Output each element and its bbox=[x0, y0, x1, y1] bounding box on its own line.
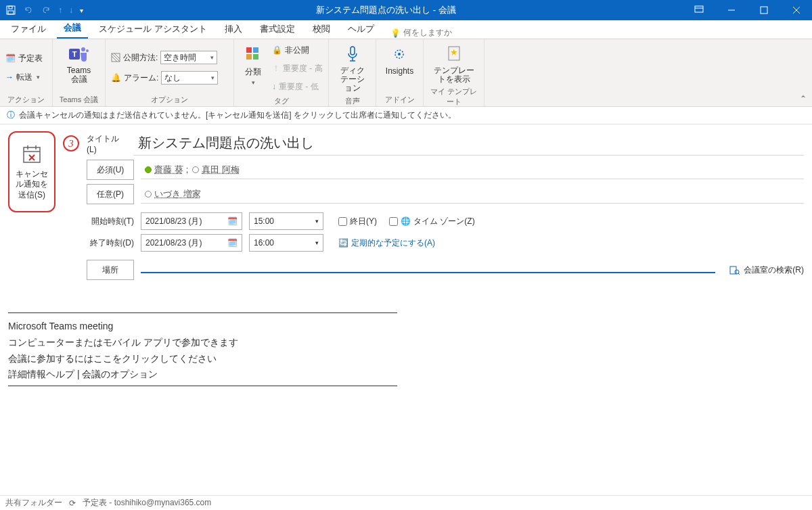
location-button[interactable]: 場所 bbox=[87, 260, 134, 280]
timezone-checkbox-input[interactable] bbox=[389, 217, 398, 226]
calendar-button[interactable]: 🗓️ 予定表 bbox=[5, 50, 43, 66]
tab-meeting[interactable]: 会議 bbox=[57, 18, 88, 39]
forward-button-label: 転送 bbox=[16, 72, 32, 83]
insights-button[interactable]: Insights bbox=[383, 42, 416, 77]
start-date-value: 2021/08/23 (月) bbox=[145, 216, 202, 227]
end-date-picker[interactable]: 2021/08/23 (月) 🗓️ bbox=[141, 234, 242, 252]
save-icon[interactable] bbox=[5, 5, 16, 16]
close-icon[interactable] bbox=[781, 0, 812, 20]
body-line: Microsoft Teams meeting bbox=[8, 319, 804, 335]
end-time-label: 終了時刻(D) bbox=[87, 237, 134, 249]
svg-point-16 bbox=[398, 53, 401, 55]
svg-point-7 bbox=[81, 47, 85, 51]
tab-scheduling-assistant[interactable]: スケジュール アシスタント bbox=[92, 20, 214, 39]
teams-meeting-button[interactable]: T Teams 会議 bbox=[64, 42, 93, 85]
low-importance-button[interactable]: ↓ 重要度 - 低 bbox=[272, 78, 323, 95]
svg-rect-11 bbox=[253, 47, 258, 53]
tell-me-search[interactable]: 💡 何をしますか bbox=[390, 27, 452, 39]
svg-rect-2 bbox=[8, 11, 14, 14]
collapse-ribbon-icon[interactable]: ⌃ bbox=[800, 94, 807, 103]
meeting-form: キャンセル通知を送信(S) 3 タイトル(L) 新システム問題点の洗い出し 必須… bbox=[0, 124, 812, 283]
calendar-icon: 🗓️ bbox=[5, 53, 16, 63]
dictate-button[interactable]: ディク テーション bbox=[334, 42, 370, 95]
categorize-button[interactable]: 分類 ▾ bbox=[240, 42, 267, 87]
high-importance-label: 重要度 - 高 bbox=[283, 63, 323, 74]
start-time-picker[interactable]: 15:00 ▾ bbox=[249, 212, 323, 230]
svg-rect-1 bbox=[9, 6, 12, 9]
send-cancellation-button[interactable]: キャンセル通知を送信(S) bbox=[8, 131, 55, 212]
required-attendees-button[interactable]: 必須(U) bbox=[87, 160, 134, 180]
make-recurring-button[interactable]: 🔄 定期的な予定にする(A) bbox=[338, 235, 435, 251]
start-date-picker[interactable]: 2021/08/23 (月) 🗓️ bbox=[141, 212, 242, 230]
body-join-link[interactable]: 会議に参加するにはここをクリックしてください bbox=[8, 351, 804, 367]
location-field[interactable] bbox=[141, 266, 715, 273]
attendee-name[interactable]: 齋藤 葵 bbox=[154, 164, 183, 176]
group-teams-label: Teams 会議 bbox=[58, 95, 99, 105]
prev-icon[interactable]: ↑ bbox=[58, 5, 62, 15]
body-help-link[interactable]: 詳細情報ヘルプ bbox=[8, 369, 74, 379]
tab-file[interactable]: ファイル bbox=[4, 20, 53, 39]
tab-insert[interactable]: 挿入 bbox=[218, 20, 249, 39]
required-attendees-field[interactable]: 齋藤 葵; 真田 阿梅 bbox=[141, 161, 804, 179]
show-templates-button[interactable]: テンプレー トを表示 bbox=[431, 42, 477, 85]
forward-button[interactable]: → 転送 ▾ bbox=[5, 69, 40, 85]
info-bar: ⓘ 会議キャンセルの通知はまだ送信されていません。[キャンセル通知を送信] をク… bbox=[0, 107, 812, 124]
reminder-value: なし bbox=[164, 72, 181, 84]
body-divider bbox=[8, 386, 397, 386]
private-button[interactable]: 🔒 非公開 bbox=[272, 42, 323, 58]
timezone-label: タイム ゾーン(Z) bbox=[413, 216, 475, 227]
template-icon bbox=[443, 43, 465, 65]
timezone-checkbox[interactable]: 🌐 タイム ゾーン(Z) bbox=[389, 213, 475, 229]
minimize-icon[interactable] bbox=[716, 0, 747, 20]
meeting-body[interactable]: Microsoft Teams meeting コンピューターまたはモバイル ア… bbox=[0, 283, 812, 400]
svg-text:T: T bbox=[72, 50, 76, 58]
tab-help[interactable]: ヘルプ bbox=[341, 20, 381, 39]
title-bar: ↑ ↓ ▾ 新システム問題点の洗い出し - 会議 bbox=[0, 0, 812, 20]
body-divider bbox=[8, 312, 397, 313]
optional-attendees-field[interactable]: いづき 増家 bbox=[141, 185, 804, 204]
calendar-account-label: 予定表 - toshihiko@mynavi365.com bbox=[83, 497, 211, 509]
redo-icon[interactable] bbox=[41, 5, 51, 16]
end-time-value: 16:00 bbox=[254, 238, 274, 248]
tab-review[interactable]: 校閲 bbox=[306, 20, 337, 39]
maximize-icon[interactable] bbox=[748, 0, 780, 20]
undo-icon[interactable] bbox=[23, 5, 34, 16]
reminder-combo[interactable]: なし ▾ bbox=[161, 71, 218, 85]
find-room-button[interactable]: 会議室の検索(R) bbox=[729, 264, 804, 276]
qat-dropdown-icon[interactable]: ▾ bbox=[80, 7, 83, 14]
ribbon-display-icon[interactable] bbox=[683, 0, 715, 20]
show-as-combo[interactable]: 空き時間 ▾ bbox=[160, 51, 217, 64]
optional-attendees-button[interactable]: 任意(P) bbox=[87, 184, 134, 204]
quick-access-toolbar: ↑ ↓ ▾ bbox=[0, 5, 89, 16]
calendar-picker-icon: 🗓️ bbox=[227, 238, 238, 248]
calendar-picker-icon: 🗓️ bbox=[227, 216, 238, 226]
svg-point-8 bbox=[86, 49, 89, 52]
all-day-checkbox[interactable]: 終日(Y) bbox=[338, 213, 377, 229]
svg-rect-12 bbox=[246, 54, 252, 60]
info-icon: ⓘ bbox=[7, 110, 15, 121]
show-as-icon bbox=[111, 53, 120, 62]
high-importance-icon: ！ bbox=[272, 63, 280, 74]
title-value: 新システム問題点の洗い出し bbox=[138, 134, 314, 152]
high-importance-button[interactable]: ！ 重要度 - 高 bbox=[272, 60, 323, 76]
svg-rect-14 bbox=[351, 47, 355, 55]
presence-unknown-icon bbox=[192, 166, 199, 173]
end-time-picker[interactable]: 16:00 ▾ bbox=[249, 234, 323, 252]
body-options-link[interactable]: 会議のオプション bbox=[82, 369, 158, 379]
attendee-name[interactable]: いづき 増家 bbox=[154, 188, 201, 200]
categorize-icon bbox=[242, 43, 264, 65]
svg-rect-3 bbox=[695, 6, 703, 12]
recurrence-icon: 🔄 bbox=[338, 238, 348, 248]
tab-format[interactable]: 書式設定 bbox=[253, 20, 302, 39]
teams-meeting-label: Teams 会議 bbox=[67, 66, 91, 84]
all-day-checkbox-input[interactable] bbox=[338, 217, 347, 226]
lock-icon: 🔒 bbox=[272, 45, 282, 55]
room-finder-icon bbox=[729, 264, 740, 275]
chevron-down-icon: ▾ bbox=[315, 239, 319, 246]
next-icon[interactable]: ↓ bbox=[69, 5, 73, 15]
attendee-name[interactable]: 真田 阿梅 bbox=[202, 164, 240, 176]
end-date-value: 2021/08/23 (月) bbox=[145, 237, 202, 249]
title-input[interactable]: 新システム問題点の洗い出し bbox=[134, 131, 804, 156]
svg-rect-13 bbox=[253, 54, 258, 60]
ribbon-tabs: ファイル 会議 スケジュール アシスタント 挿入 書式設定 校閲 ヘルプ 💡 何… bbox=[0, 20, 812, 39]
